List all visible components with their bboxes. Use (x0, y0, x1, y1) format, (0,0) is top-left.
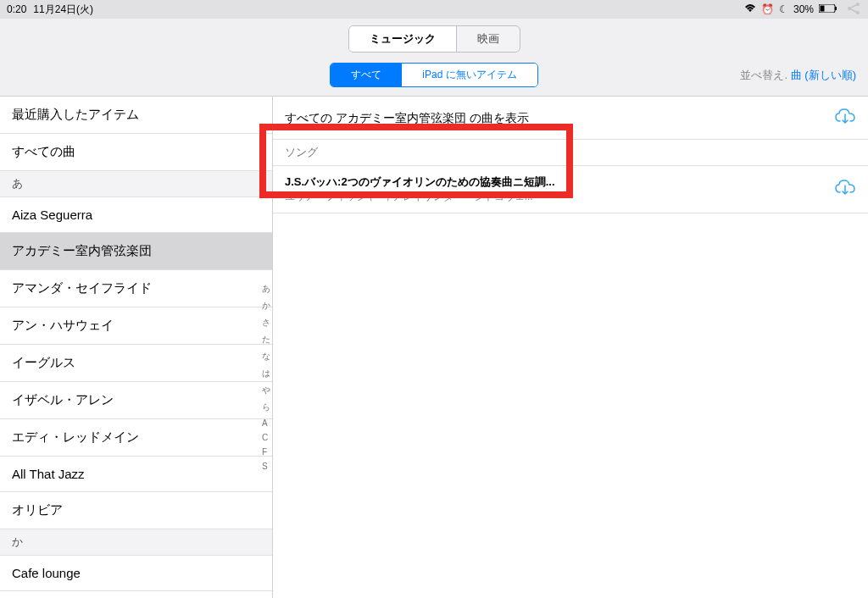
top-toolbar: ミュージック 映画 すべて iPad に無いアイテム 並べ替え. 曲 (新しい順… (0, 19, 868, 97)
sort-link[interactable]: 曲 (新しい順) (791, 69, 856, 81)
svg-rect-2 (835, 7, 837, 10)
wifi-icon (744, 3, 756, 15)
media-type-segment[interactable]: ミュージック 映画 (348, 25, 520, 53)
filter-all[interactable]: すべて (331, 64, 402, 86)
share-icon[interactable] (846, 1, 861, 19)
song-artist: ユリア・フィッシャー, アレキサンダー・シトコヴェ... (285, 190, 834, 204)
section-header-ka: か (0, 529, 272, 556)
sidebar-all-songs[interactable]: すべての曲 (0, 134, 272, 171)
alarm-icon: ⏰ (761, 3, 774, 15)
artist-sidebar[interactable]: 最近購入したアイテム すべての曲 あ Aiza Seguerra アカデミー室内… (0, 97, 273, 598)
main-header-title: すべての アカデミー室内管弦楽団 の曲を表示 (285, 111, 529, 126)
sidebar-item[interactable]: オリビア (0, 492, 272, 529)
sort-control[interactable]: 並べ替え. 曲 (新しい順) (740, 68, 856, 83)
sidebar-item[interactable]: Aiza Seguerra (0, 197, 272, 233)
status-right: ⏰ ☾ 30% (744, 1, 861, 19)
sidebar-item[interactable]: イザベル・アレン (0, 382, 272, 419)
filter-segment[interactable]: すべて iPad に無いアイテム (330, 63, 537, 87)
sidebar-item[interactable]: アカデミー室内管弦楽団 (0, 233, 272, 270)
cloud-download-icon[interactable] (834, 178, 856, 202)
main-content: すべての アカデミー室内管弦楽団 の曲を表示 ソング J.S.バッハ:2つのヴァ… (273, 97, 868, 598)
sidebar-item[interactable]: イーグルス (0, 345, 272, 382)
battery-icon (819, 3, 837, 15)
song-section-header: ソング (273, 139, 868, 166)
alpha-index[interactable]: あ か さ た な は や ら A C F S (262, 283, 270, 471)
status-date: 11月24日(火) (33, 3, 93, 17)
svg-rect-1 (821, 6, 825, 12)
tab-music[interactable]: ミュージック (349, 26, 456, 52)
song-title: J.S.バッハ:2つのヴァイオリンのための協奏曲ニ短調... (285, 174, 834, 190)
sidebar-item[interactable]: アン・ハサウェイ (0, 307, 272, 345)
status-bar: 0:20 11月24日(火) ⏰ ☾ 30% (0, 0, 868, 19)
sidebar-item[interactable]: アマンダ・セイフライド (0, 270, 272, 307)
sort-label: 並べ替え. (740, 69, 787, 81)
filter-not-on-ipad[interactable]: iPad に無いアイテム (402, 64, 537, 86)
tab-movies[interactable]: 映画 (456, 26, 520, 52)
song-row[interactable]: J.S.バッハ:2つのヴァイオリンのための協奏曲ニ短調... ユリア・フィッシャ… (273, 166, 868, 213)
status-time: 0:20 (7, 3, 26, 15)
sidebar-item[interactable]: COSMiC HOME (0, 591, 272, 598)
sidebar-item[interactable]: エディ・レッドメイン (0, 419, 272, 457)
sidebar-recent[interactable]: 最近購入したアイテム (0, 97, 272, 134)
moon-icon: ☾ (779, 3, 788, 15)
battery-percent: 30% (793, 3, 814, 15)
cloud-download-icon[interactable] (834, 107, 856, 130)
section-header-a: あ (0, 171, 272, 197)
sidebar-item[interactable]: All That Jazz (0, 457, 272, 492)
sidebar-item[interactable]: Cafe lounge (0, 556, 272, 591)
